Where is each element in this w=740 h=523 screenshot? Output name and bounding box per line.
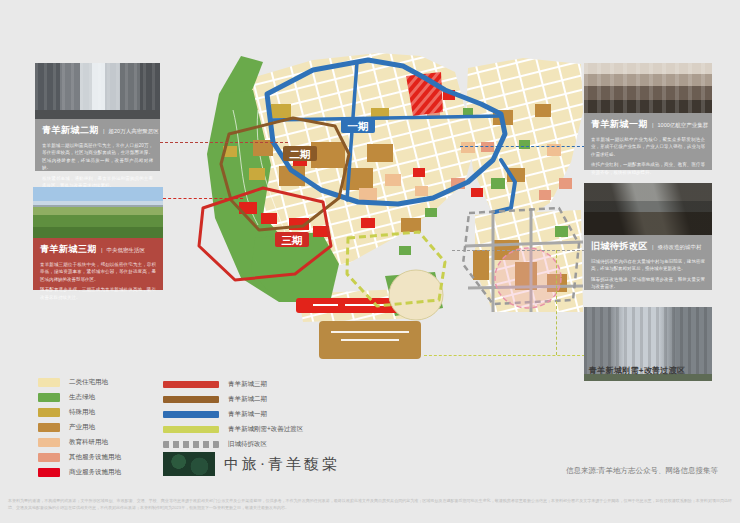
callout-title: 旧城待拆改区 xyxy=(591,240,648,253)
legend-landuse: 二类住宅用地生态绿地特殊用地产业用地教育科研用地其他服务设施用地商业服务设施用地 xyxy=(38,375,121,480)
callout-title: 青羊新城刚需+改善过渡区 xyxy=(589,365,685,376)
callout-body: 青羊新城三期位于板块中央，规划以低密住宅为主，容积率低，绿地资源丰富，紧邻城市公… xyxy=(40,261,156,283)
phase3-photo xyxy=(33,187,163,238)
callout-title: 青羊新城二期 xyxy=(42,124,99,137)
legend-label: 青羊新城二期 xyxy=(228,395,267,404)
callout-body: 依托产业红利，一期配套率先成熟，商业、教育、医疗等资源齐备，板块价值稳步提升。 xyxy=(591,161,705,176)
callout-title: 青羊新城一期 xyxy=(591,118,648,131)
transition-photo: 青羊新城刚需+改善过渡区 xyxy=(584,307,712,381)
legend-landuse-item: 教育科研用地 xyxy=(38,435,121,450)
legend-bar xyxy=(163,396,219,403)
legend-boundary-item: 旧城待拆改区 xyxy=(163,437,303,452)
title-divider: | xyxy=(652,244,654,250)
legend-swatch xyxy=(38,438,60,447)
legend-landuse-item: 二类住宅用地 xyxy=(38,375,121,390)
legend-label: 青羊新城三期 xyxy=(228,380,267,389)
legend-label: 生态绿地 xyxy=(69,393,95,402)
legend-landuse-item: 特殊用地 xyxy=(38,405,121,420)
oldtown-highlight xyxy=(495,248,561,308)
legend-boundary-item: 青羊新城刚需+改善过渡区 xyxy=(163,422,303,437)
legend-swatch xyxy=(38,393,60,402)
legend-label: 二类住宅用地 xyxy=(69,378,108,387)
connector-phase1 xyxy=(460,146,585,147)
legend-bar xyxy=(163,381,219,388)
legend-bar xyxy=(163,426,219,433)
legend-bar xyxy=(163,441,219,448)
callout-body: 随着配套逐步兑现，三期正成为青羊新城价值高地，吸引改善客群持续关注。 xyxy=(40,286,156,301)
legend-swatch xyxy=(38,408,60,417)
legend-boundary-item: 青羊新城二期 xyxy=(163,392,303,407)
legend-label: 青羊新城刚需+改善过渡区 xyxy=(228,425,303,434)
planning-map: 一期 二期 三期 xyxy=(163,50,588,370)
legend-swatch xyxy=(38,378,60,387)
svg-text:三期: 三期 xyxy=(282,234,303,246)
callout-tag: 亟待改造的城中村 xyxy=(658,244,702,251)
callout-body: 旧城待拆改区内仍存在大量城中村与老旧院落，建筑密度高，环境与配套相对落后，亟待城… xyxy=(591,258,705,273)
connector-transition-v xyxy=(556,250,557,355)
poster: 一期 二期 三期 青羊新城二期 | 超20万人高密聚居区 青羊新城二期以刚需高层… xyxy=(0,0,740,523)
callout-transition: 青羊新城刚需+改善过渡区 xyxy=(584,307,712,381)
legend-label: 教育科研用地 xyxy=(69,438,108,447)
legend-label: 特殊用地 xyxy=(69,408,95,417)
brand-name: 中旅·青羊馥棠 xyxy=(224,455,340,474)
callout-body: 青羊新城二期以刚需高层住宅为主，常住人口超20万，居住密度较高，社区与商业配套成… xyxy=(42,142,153,172)
callout-phase1: 青羊新城一期 | 1000亿航空产业集群 青羊新城一期以航空产业为核心，聚集众多… xyxy=(584,63,712,170)
svg-text:二期: 二期 xyxy=(290,148,311,160)
source-note: 信息来源:青羊地方志公众号、网络信息搜集等 xyxy=(566,466,718,476)
phase2-photo xyxy=(35,63,160,119)
phase1-photo xyxy=(584,63,712,113)
connector-phase2 xyxy=(160,142,288,143)
landmark-circle xyxy=(389,270,443,320)
legend-landuse-item: 产业用地 xyxy=(38,420,121,435)
legend-label: 其他服务设施用地 xyxy=(69,453,121,462)
callout-phase3: 青羊新城三期 | 中央低密生活区 青羊新城三期位于板块中央，规划以低密住宅为主，… xyxy=(33,187,163,290)
callout-tag: 1000亿航空产业集群 xyxy=(658,122,709,129)
connector-phase3 xyxy=(163,198,243,199)
connector-transition-h xyxy=(424,355,585,356)
title-divider: | xyxy=(103,128,105,134)
legend-boundaries: 青羊新城三期青羊新城二期青羊新城一期青羊新城刚需+改善过渡区旧城待拆改区 xyxy=(163,377,303,452)
callout-phase2: 青羊新城二期 | 超20万人高密聚居区 青羊新城二期以刚需高层住宅为主，常住人口… xyxy=(35,63,160,171)
legend-swatch xyxy=(38,453,60,462)
svg-text:一期: 一期 xyxy=(348,120,369,132)
legend-boundary-item: 青羊新城三期 xyxy=(163,377,303,392)
callout-body: 青羊新城一期以航空产业为核心，聚集众多研发制造企业，形成千亿级产业集群，产业人口… xyxy=(591,136,705,158)
callout-body: 随着拆迁改造推进，区域面貌将逐步改善，释放大量安置与改善需求。 xyxy=(591,276,705,291)
legend-label: 青羊新城一期 xyxy=(228,410,267,419)
legend-boundary-item: 青羊新城一期 xyxy=(163,407,303,422)
title-divider: | xyxy=(652,122,654,128)
legend-label: 商业服务设施用地 xyxy=(69,468,121,477)
legend-bar xyxy=(163,411,219,418)
title-divider: | xyxy=(101,247,103,253)
legend-label: 旧城待拆改区 xyxy=(228,440,267,449)
brand-logo-image xyxy=(163,452,215,476)
connector-oldtown xyxy=(452,250,585,251)
legend-landuse-item: 生态绿地 xyxy=(38,390,121,405)
disclaimer-text: 本资料为要约邀请，不构成要约或承诺；文中所涉区域规划、市政配套、交通、学校、商业… xyxy=(8,497,732,511)
landmark-brown-block xyxy=(319,321,421,359)
oldtown-photo xyxy=(584,183,712,235)
callout-tag: 超20万人高密聚居区 xyxy=(109,128,159,135)
legend-landuse-item: 其他服务设施用地 xyxy=(38,450,121,465)
legend-landuse-item: 商业服务设施用地 xyxy=(38,465,121,480)
legend-swatch xyxy=(38,468,60,477)
phase2-label: 二期 xyxy=(283,146,317,161)
callout-title: 青羊新城三期 xyxy=(40,243,97,256)
legend-label: 产业用地 xyxy=(69,423,95,432)
callout-oldtown: 旧城待拆改区 | 亟待改造的城中村 旧城待拆改区内仍存在大量城中村与老旧院落，建… xyxy=(584,183,712,290)
callout-tag: 中央低密生活区 xyxy=(107,247,146,254)
phase3-label: 三期 xyxy=(275,232,309,247)
phase1-label: 一期 xyxy=(341,118,375,133)
legend-swatch xyxy=(38,423,60,432)
